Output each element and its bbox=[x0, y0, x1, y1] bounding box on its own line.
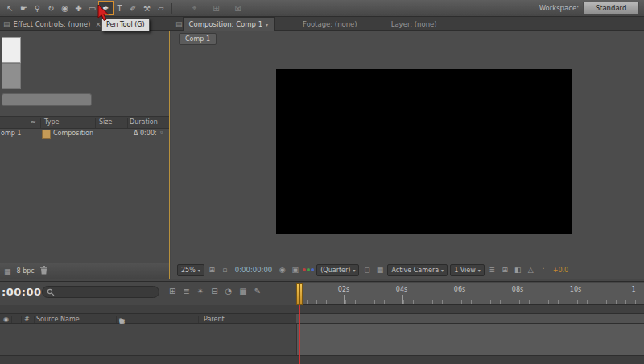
fast-previews-icon[interactable]: ⊞ bbox=[500, 266, 510, 274]
current-time-indicator[interactable] bbox=[296, 283, 303, 305]
camera-tool[interactable]: ◉ bbox=[58, 2, 72, 14]
view-layout-value: 1 View bbox=[454, 267, 476, 274]
resolution-dropdown[interactable]: (Quarter) ▾ bbox=[316, 264, 359, 276]
column-size[interactable]: Size bbox=[99, 118, 112, 126]
viewer-tabs: ▤ Composition: Comp 1 ▾ Footage: (none) … bbox=[171, 17, 644, 31]
item-type: Composition bbox=[53, 130, 93, 137]
project-item-row[interactable]: omp 1 Composition Δ 0:00: ▿ bbox=[0, 128, 169, 139]
project-flowchart-icon[interactable]: ▦ bbox=[4, 267, 11, 275]
timeline-option-icons: ⊞ ≣ ✴ ⊟ ◔ ▦ ✎ bbox=[169, 287, 261, 296]
project-panel-footer: ▦ 8 bpc bbox=[0, 263, 169, 279]
rotation-tool[interactable]: ↻ bbox=[44, 2, 58, 14]
frame-blending-icon[interactable]: ⊟ bbox=[211, 287, 217, 296]
flowchart-icon[interactable]: △ bbox=[526, 266, 536, 274]
column-duration[interactable]: Duration bbox=[130, 118, 158, 126]
camera-view-dropdown[interactable]: Active Camera ▾ bbox=[387, 264, 448, 276]
eraser-tool[interactable]: ▱ bbox=[154, 2, 167, 14]
column-type[interactable]: Type bbox=[44, 118, 59, 126]
brainstorm-icon[interactable]: ▦ bbox=[239, 287, 246, 296]
view-layout-dropdown[interactable]: 1 View ▾ bbox=[450, 264, 485, 276]
eye-icon[interactable]: ◉ bbox=[3, 316, 9, 323]
transparency-grid-icon[interactable]: ▦ bbox=[374, 266, 385, 274]
timeline-current-time[interactable]: :00:00 bbox=[2, 286, 42, 298]
timeline-button-icon[interactable]: ◧ bbox=[513, 266, 523, 274]
grid-guides-icon[interactable]: ⊞ bbox=[207, 266, 217, 274]
ruler-label: 10s bbox=[567, 286, 584, 293]
column-source-name[interactable]: Source Name bbox=[36, 316, 80, 323]
panel-menu-icon[interactable]: ▤ bbox=[175, 20, 183, 28]
composition-panel: Comp 1 25% ▾ ⊞ ▫ 0:00:00:00 ◉ ▣ (Quarter… bbox=[171, 31, 644, 279]
panel-menu-icon[interactable]: ▤ bbox=[3, 20, 10, 28]
layer-column-headers: ◉ # Source Name ✴ \ fx ▦ ◎ ⊘ ⊙ Parent bbox=[0, 313, 296, 324]
tab-footage[interactable]: Footage: (none) bbox=[297, 18, 363, 31]
grid-options-icon[interactable]: ⊞ bbox=[209, 2, 223, 14]
mouse-cursor-icon bbox=[97, 5, 111, 24]
expand-icon[interactable]: ▿ bbox=[160, 130, 163, 136]
comp-mini-tab[interactable]: Comp 1 bbox=[179, 33, 217, 45]
timeline-search-field[interactable] bbox=[42, 286, 159, 298]
motion-blur-icon[interactable]: ◔ bbox=[225, 287, 233, 296]
resolution-value: (Quarter) bbox=[320, 267, 350, 274]
workspace-selector[interactable]: Standard bbox=[583, 2, 639, 14]
draft-3d-icon[interactable]: ≣ bbox=[183, 287, 189, 296]
camera-view-value: Active Camera bbox=[391, 267, 439, 274]
column-parent[interactable]: Parent bbox=[204, 316, 225, 323]
region-of-interest-icon[interactable]: ◻ bbox=[361, 266, 372, 274]
hand-tool[interactable]: ☛ bbox=[17, 2, 31, 14]
type-tool[interactable]: T bbox=[113, 2, 126, 14]
project-thumbnail bbox=[2, 37, 21, 63]
column-divider bbox=[116, 316, 117, 323]
ruler-label: 04s bbox=[393, 286, 411, 293]
project-search-field[interactable] bbox=[2, 93, 92, 106]
graph-editor-icon[interactable]: ✎ bbox=[254, 287, 261, 296]
tab-layer[interactable]: Layer: (none) bbox=[386, 18, 443, 31]
timeline-ruler[interactable]: 02s 04s 06s 08s 10s 1 bbox=[296, 283, 644, 305]
chevron-down-icon[interactable]: ▾ bbox=[266, 22, 268, 27]
timeline-gap-strip bbox=[0, 305, 644, 313]
tab-composition[interactable]: Composition: Comp 1 ▾ bbox=[183, 17, 275, 31]
timeline-search-input[interactable] bbox=[55, 287, 147, 296]
composition-mini-flowchart-icon[interactable]: ⊞ bbox=[169, 287, 175, 296]
zoom-tool[interactable]: ⚲ bbox=[31, 2, 44, 14]
trash-icon[interactable] bbox=[40, 266, 47, 276]
timeline-bottom-strip bbox=[0, 355, 644, 364]
composition-viewport[interactable] bbox=[276, 69, 572, 234]
tab-composition-label: Composition: Comp 1 bbox=[189, 20, 263, 28]
pixel-aspect-icon[interactable]: ≣ bbox=[487, 266, 497, 274]
show-snapshot-icon[interactable]: ▣ bbox=[290, 266, 300, 274]
item-name: omp 1 bbox=[1, 130, 21, 137]
sort-icon[interactable]: ≈ bbox=[31, 118, 36, 126]
project-panel: ≈ Type Size Duration omp 1 Composition Δ… bbox=[0, 31, 170, 279]
brush-tool[interactable]: ✐ bbox=[126, 2, 140, 14]
magnification-dropdown[interactable]: 25% ▾ bbox=[177, 264, 204, 276]
composition-icon bbox=[42, 130, 51, 139]
bit-depth-button[interactable]: 8 bpc bbox=[17, 267, 35, 275]
align-options-icon[interactable]: ⊠ bbox=[231, 2, 245, 14]
timeline-panel: :00:00 ⊞ ≣ ✴ ⊟ ◔ ▦ ✎ 02s 04s 06s 08s 10s… bbox=[0, 281, 644, 364]
reset-exposure-icon[interactable]: ∴ bbox=[539, 266, 549, 274]
chevron-down-icon: ▾ bbox=[478, 267, 481, 273]
mask-visibility-icon[interactable]: ▫ bbox=[220, 266, 230, 274]
snapshot-icon[interactable]: ◉ bbox=[277, 266, 287, 274]
chevron-down-icon: ▾ bbox=[198, 267, 200, 273]
composition-footer-controls: 25% ▾ ⊞ ▫ 0:00:00:00 ◉ ▣ (Quarter) ▾ ◻ ▦… bbox=[171, 263, 644, 276]
selection-tool[interactable]: ↖ bbox=[3, 2, 17, 14]
exposure-value[interactable]: +0.0 bbox=[553, 267, 568, 274]
pan-behind-tool[interactable]: ✚ bbox=[72, 2, 85, 14]
axis-mode-icon[interactable]: ⌖ bbox=[188, 2, 201, 14]
ruler-label: 1 bbox=[625, 286, 642, 293]
track-area[interactable] bbox=[296, 324, 644, 355]
current-time-display[interactable]: 0:00:00:00 bbox=[235, 266, 272, 274]
search-icon bbox=[47, 288, 55, 296]
chevron-down-icon: ▾ bbox=[441, 267, 444, 273]
ruler-ticks bbox=[297, 300, 644, 304]
channel-colors-icon[interactable] bbox=[303, 268, 314, 271]
clone-stamp-tool[interactable]: ⚒ bbox=[140, 2, 154, 14]
tab-effect-controls[interactable]: Effect Controls: (none) bbox=[14, 20, 91, 28]
hide-shy-layers-icon[interactable]: ✴ bbox=[197, 287, 204, 296]
layer-list-empty-area[interactable] bbox=[0, 324, 296, 355]
project-column-headers: ≈ Type Size Duration bbox=[0, 116, 169, 129]
toolbar-divider bbox=[171, 3, 172, 14]
chevron-down-icon: ▾ bbox=[353, 267, 355, 273]
after-effects-window: ↖ ☛ ⚲ ↻ ◉ ✚ ▭ ✒ T ✐ ⚒ ▱ ⌖ ⊞ ⊠ Workspace:… bbox=[0, 0, 644, 364]
